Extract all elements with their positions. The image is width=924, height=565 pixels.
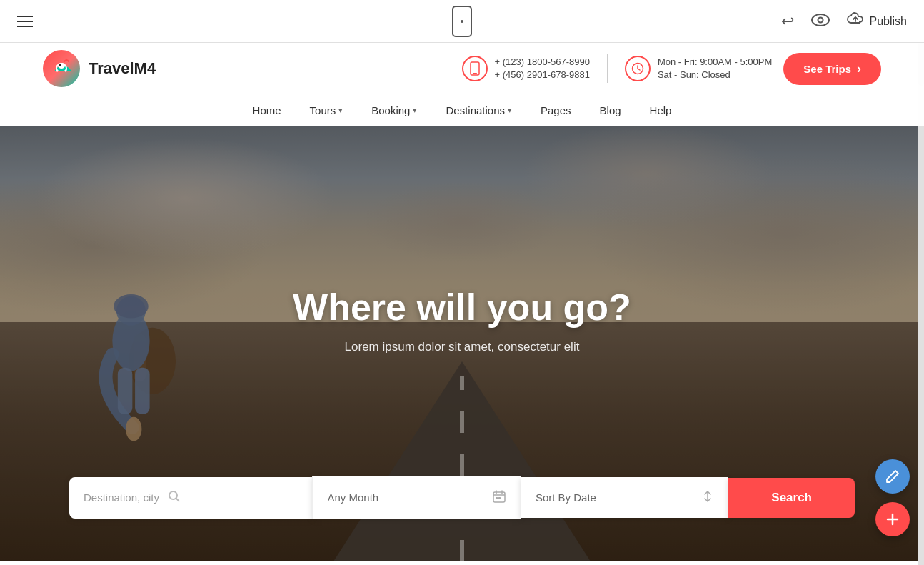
month-field[interactable]: Any Month [312, 476, 520, 519]
publish-cloud-icon [847, 12, 864, 30]
hero-subtitle: Lorem ipsum dolor sit amet, consectetur … [0, 340, 924, 354]
month-label: Any Month [327, 491, 378, 504]
nav-item-booking[interactable]: Booking ▾ [371, 104, 417, 116]
publish-button[interactable]: Publish [847, 12, 907, 30]
booking-caret-icon: ▾ [413, 106, 417, 115]
sort-field[interactable]: Sort By Date [521, 477, 728, 518]
hours-contact-block: Mon - Fri: 9:00AM - 5:00PM Sat - Sun: Cl… [625, 56, 772, 81]
calendar-icon [492, 489, 506, 506]
svg-point-3 [58, 63, 65, 69]
phone-contact-block: + (123) 1800-567-8990 + (456) 2901-678-9… [462, 56, 590, 81]
preview-icon[interactable] [811, 12, 830, 31]
contact-divider [607, 54, 608, 83]
publish-label: Publish [870, 15, 907, 28]
nav-item-help[interactable]: Help [650, 104, 672, 116]
search-bar: Destination, city Any Month [69, 476, 855, 519]
see-trips-chevron: › [857, 61, 861, 76]
hero-section: Where will you go? Lorem ipsum dolor sit… [0, 126, 924, 561]
contact-info: + (123) 1800-567-8990 + (456) 2901-678-9… [462, 53, 881, 85]
tours-caret-icon: ▾ [338, 106, 343, 115]
destination-field[interactable]: Destination, city [69, 477, 312, 519]
site-nav: Home Tours ▾ Booking ▾ Destinations ▾ Pa… [0, 94, 924, 126]
nav-item-pages[interactable]: Pages [541, 104, 571, 116]
toolbar-center [452, 6, 472, 37]
undo-icon[interactable]: ↩ [781, 12, 794, 31]
clock-icon [625, 56, 651, 81]
nav-item-home[interactable]: Home [253, 104, 281, 116]
search-button[interactable]: Search [728, 478, 855, 518]
fab-container [875, 459, 910, 536]
destination-placeholder: Destination, city [84, 491, 159, 504]
add-fab-button[interactable] [875, 502, 910, 536]
search-field-icon [168, 490, 181, 506]
sort-label: Sort By Date [536, 491, 596, 504]
svg-rect-18 [496, 497, 498, 499]
nav-item-tours[interactable]: Tours ▾ [310, 104, 343, 116]
edit-fab-button[interactable] [875, 459, 910, 494]
website-preview: TravelM4 + (123) 1800-567-8990 + (456) 2… [0, 43, 924, 565]
logo-area: TravelM4 [43, 50, 156, 87]
hours-text: Mon - Fri: 9:00AM - 5:00PM Sat - Sun: Cl… [658, 56, 772, 81]
svg-point-0 [812, 14, 829, 26]
phone-text: + (123) 1800-567-8990 + (456) 2901-678-9… [495, 56, 590, 81]
logo-text: TravelM4 [89, 59, 156, 78]
mobile-preview-icon[interactable] [452, 6, 472, 37]
toolbar-right: ↩ Publish [781, 12, 907, 31]
menu-icon[interactable] [17, 16, 33, 27]
site-header: TravelM4 + (123) 1800-567-8990 + (456) 2… [0, 43, 924, 94]
destinations-caret-icon: ▾ [508, 106, 512, 115]
logo-icon [43, 50, 80, 87]
svg-point-1 [818, 17, 823, 22]
hero-content: Where will you go? Lorem ipsum dolor sit… [0, 286, 924, 383]
nav-item-blog[interactable]: Blog [600, 104, 621, 116]
svg-rect-6 [473, 73, 477, 74]
toolbar-left [17, 16, 33, 27]
svg-point-4 [59, 64, 61, 66]
sort-icon [701, 490, 714, 505]
hero-title: Where will you go? [0, 286, 924, 329]
phone-icon [462, 56, 488, 81]
nav-item-destinations[interactable]: Destinations ▾ [446, 104, 512, 116]
toolbar: ↩ Publish [0, 0, 924, 43]
svg-rect-19 [498, 497, 501, 499]
see-trips-button[interactable]: See Trips › [783, 53, 881, 85]
